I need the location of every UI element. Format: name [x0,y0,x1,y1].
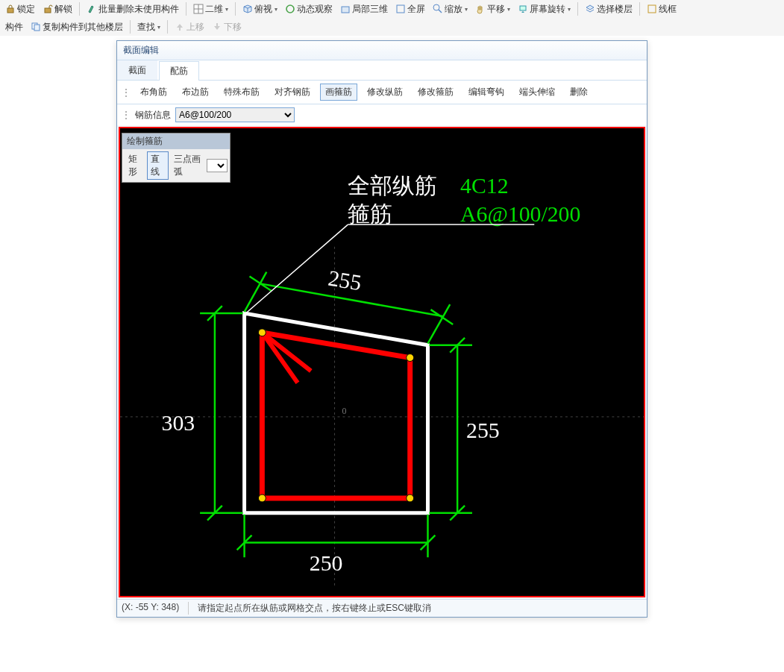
corner-rebar-button[interactable]: 布角筋 [135,84,172,101]
delete-rebar-button[interactable]: 删除 [565,84,593,101]
local-3d-button[interactable]: 局部三维 [338,2,390,16]
select-floor-button[interactable]: 选择楼层 [583,2,635,16]
svg-point-16 [258,329,266,336]
dim-right-text: 255 [466,418,500,442]
section-canvas[interactable]: 绘制箍筋 矩形 直线 三点画弧 0 [119,127,645,597]
copy-member-label: 复制构件到其他楼层 [43,21,123,34]
svg-rect-1 [45,8,51,13]
palette-rect-button[interactable]: 矩形 [125,151,145,180]
svg-rect-11 [648,5,656,13]
label-all-long: 全部纵筋 [348,173,437,198]
fullscreen-button[interactable]: 全屏 [393,2,427,16]
edit-hook-button[interactable]: 编辑弯钩 [463,84,509,101]
batch-delete-button[interactable]: 批量删除未使用构件 [84,2,181,16]
draw-stirrup-palette: 绘制箍筋 矩形 直线 三点画弧 [122,133,231,183]
chevron-down-icon: ▾ [507,6,510,13]
svg-line-21 [245,272,267,313]
move-up-label: 上移 [186,21,204,34]
palette-extra-select[interactable] [207,159,228,172]
unlock-icon [43,4,53,14]
cube-icon [242,4,253,14]
palette-arc3-button[interactable]: 三点画弧 [170,151,205,180]
svg-rect-6 [342,7,349,13]
local3d-label: 局部三维 [352,3,388,16]
hand-icon [475,4,486,14]
toolbar-separator [130,20,131,34]
section-svg: 0 [120,128,644,596]
move-up-button[interactable]: 上移 [172,20,207,34]
find-label: 查找 [137,21,155,34]
dynamic-orbit-button[interactable]: 动态观察 [283,2,335,16]
origin-label: 0 [342,406,346,416]
chevron-down-icon: ▾ [225,6,228,13]
select-floor-label: 选择楼层 [597,3,633,16]
pan-button[interactable]: 平移 ▾ [473,2,512,16]
svg-point-5 [286,5,294,13]
modify-stirrup-button[interactable]: 修改箍筋 [413,84,459,101]
draw-stirrup-button[interactable]: 画箍筋 [320,84,357,101]
unlock-button[interactable]: 解锁 [40,2,75,16]
view-look-button[interactable]: 俯视 ▾ [240,2,280,16]
screen-rotate-button[interactable]: 屏幕旋转 ▾ [515,2,573,16]
fullscreen-label: 全屏 [407,3,425,16]
chevron-down-icon: ▾ [568,6,571,13]
status-coords: (X: -55 Y: 348) [122,602,179,615]
dim-top-text: 255 [327,266,363,295]
grip-icon: ⋮ [122,110,131,120]
move-down-label: 下移 [224,21,242,34]
copy-member-button[interactable]: 复制构件到其他楼层 [28,20,125,34]
rebar-info-row: ⋮ 钢筋信息 A6@100/200 [117,104,647,125]
screen-rotate-icon [518,4,528,14]
section-editor-dialog: 截面编辑 截面 配筋 ⋮ 布角筋 布边筋 特殊布筋 对齐钢筋 画箍筋 修改纵筋 … [116,40,647,618]
main-toolbar-1: 锁定 解锁 批量删除未使用构件 二维 ▾ 俯视 ▾ 动态观察 [0,0,784,18]
member-button[interactable]: 构件 [3,20,25,34]
svg-point-18 [258,494,266,502]
svg-rect-13 [34,25,40,31]
dialog-tabs: 截面 配筋 [117,60,647,81]
val-stirrup: A6@100/200 [460,201,580,227]
svg-line-9 [439,10,442,13]
member-label: 构件 [5,21,23,34]
special-rebar-button[interactable]: 特殊布筋 [219,84,265,101]
main-toolbar-2: 构件 复制构件到其他楼层 查找 ▾ 上移 下移 [0,18,784,36]
layers-icon [585,4,595,14]
dim-bottom-text: 250 [310,550,343,575]
edge-rebar-button[interactable]: 布边筋 [177,84,214,101]
end-extend-button[interactable]: 端头伸缩 [514,84,560,101]
view-2d-button[interactable]: 二维 ▾ [191,2,231,16]
svg-rect-0 [7,8,13,13]
unlock-label: 解锁 [54,3,72,16]
val-all-long: 4C12 [460,173,508,198]
rebar-info-select[interactable]: A6@100/200 [175,107,295,122]
svg-point-19 [407,494,414,502]
dynamic-label: 动态观察 [297,3,333,16]
find-button[interactable]: 查找 ▾ [135,20,163,34]
dialog-statusbar: (X: -55 Y: 348) 请指定起点所在纵筋或网格交点，按右键终止或ESC… [117,599,647,617]
chevron-down-icon: ▾ [275,6,277,13]
toolbar-separator [639,2,640,16]
svg-rect-10 [520,6,526,10]
toolbar-separator [235,2,236,16]
copy-icon [31,22,41,32]
modify-long-rebar-button[interactable]: 修改纵筋 [362,84,408,101]
arrow-down-icon [212,22,222,32]
zoom-button[interactable]: 缩放 ▾ [430,2,470,16]
rebar-info-label: 钢筋信息 [135,109,171,122]
move-down-button[interactable]: 下移 [210,20,244,34]
tab-section[interactable]: 截面 [117,60,157,80]
grip-icon: ⋮ [122,87,131,98]
lock-button[interactable]: 锁定 [3,2,37,16]
tab-rebar[interactable]: 配筋 [159,61,199,81]
grid-icon [193,4,204,14]
toolbar-separator [79,2,80,16]
toolbar-separator [577,2,578,16]
align-rebar-button[interactable]: 对齐钢筋 [269,84,316,101]
view-2d-label: 二维 [205,3,223,16]
wireframe-button[interactable]: 线框 [645,2,679,16]
svg-rect-7 [397,5,404,13]
lock-label: 锁定 [17,3,35,16]
svg-point-17 [407,354,414,362]
palette-line-button[interactable]: 直线 [147,151,168,180]
label-stirrup: 箍筋 [348,201,392,226]
dim-left-text: 303 [162,410,195,435]
